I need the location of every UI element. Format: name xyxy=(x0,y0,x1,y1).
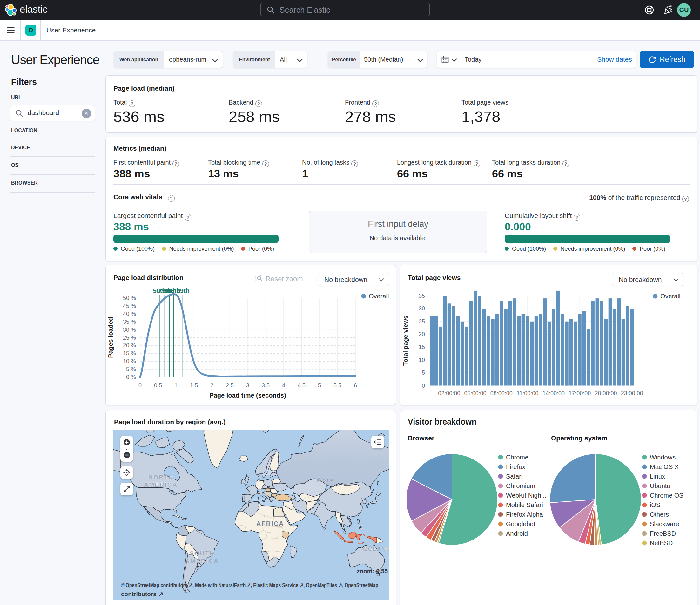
svg-text:5: 5 xyxy=(318,382,321,389)
svg-text:17:00:00: 17:00:00 xyxy=(569,390,591,396)
svg-text:40 %: 40 % xyxy=(123,311,136,317)
svg-text:30 %: 30 % xyxy=(123,326,136,333)
svg-text:25: 25 xyxy=(419,318,425,325)
svg-text:Safari: Safari xyxy=(506,473,522,480)
svg-text:20: 20 xyxy=(419,331,425,337)
svg-text:ASIA: ASIA xyxy=(317,476,334,483)
svg-text:1: 1 xyxy=(174,382,178,389)
svg-text:02:00:00: 02:00:00 xyxy=(438,390,460,396)
svg-text:20:00:00: 20:00:00 xyxy=(595,390,617,396)
svg-text:contributors ↗: contributors ↗ xyxy=(121,591,163,597)
svg-text:5: 5 xyxy=(422,369,425,376)
svg-text:50 %: 50 % xyxy=(123,295,136,301)
svg-text:2.5: 2.5 xyxy=(226,382,234,389)
svg-text:10: 10 xyxy=(419,357,425,363)
svg-text:11:00:00: 11:00:00 xyxy=(517,390,539,396)
svg-text:3: 3 xyxy=(246,382,249,389)
svg-text:NORTH: NORTH xyxy=(148,474,174,480)
svg-text:25 %: 25 % xyxy=(123,335,136,341)
svg-text:5.5: 5.5 xyxy=(333,382,342,389)
svg-text:Chromium: Chromium xyxy=(506,482,535,489)
svg-text:Total page views: Total page views xyxy=(402,316,409,366)
svg-text:45 %: 45 % xyxy=(123,303,136,309)
svg-text:35 %: 35 % xyxy=(123,319,136,325)
svg-text:Windows: Windows xyxy=(650,454,676,461)
svg-text:© OpenStreetMap contributors ↗: © OpenStreetMap contributors ↗, Made wit… xyxy=(121,582,378,588)
svg-text:08:00:00: 08:00:00 xyxy=(491,390,512,396)
svg-text:3.5: 3.5 xyxy=(262,382,270,389)
svg-text:Android: Android xyxy=(506,530,528,537)
svg-text:14:00:00: 14:00:00 xyxy=(543,390,565,396)
svg-text:NetBSD: NetBSD xyxy=(650,539,673,547)
svg-text:23:00:00: 23:00:00 xyxy=(621,390,643,396)
svg-text:Page load time (seconds): Page load time (seconds) xyxy=(209,392,286,399)
svg-text:Slackware: Slackware xyxy=(650,521,679,528)
svg-text:30: 30 xyxy=(419,305,425,312)
svg-text:AMERICA: AMERICA xyxy=(185,558,219,564)
svg-text:Overall: Overall xyxy=(660,293,680,300)
svg-text:35: 35 xyxy=(419,293,425,299)
svg-text:zoom: 0.55: zoom: 0.55 xyxy=(357,568,388,575)
svg-text:Chrome OS: Chrome OS xyxy=(650,492,683,499)
svg-text:iOS: iOS xyxy=(650,502,660,508)
svg-text:0.5: 0.5 xyxy=(154,382,162,389)
svg-text:Mobile Safari: Mobile Safari xyxy=(506,502,543,508)
svg-text:Overall: Overall xyxy=(369,293,389,300)
svg-text:Linux: Linux xyxy=(650,473,665,480)
svg-text:OCEANIA: OCEANIA xyxy=(363,546,389,552)
svg-text:4.5: 4.5 xyxy=(298,382,305,389)
svg-text:20 %: 20 % xyxy=(123,342,136,348)
svg-text:Mac OS X: Mac OS X xyxy=(650,463,679,470)
svg-text:0 %: 0 % xyxy=(126,374,136,380)
svg-text:5 %: 5 % xyxy=(126,366,136,372)
svg-text:6: 6 xyxy=(354,382,357,389)
svg-text:SOUTH: SOUTH xyxy=(190,550,215,557)
svg-text:Ubuntu: Ubuntu xyxy=(650,482,671,489)
svg-text:Firefox: Firefox xyxy=(506,463,525,470)
svg-text:0: 0 xyxy=(422,383,425,389)
svg-text:10 %: 10 % xyxy=(123,358,136,364)
svg-text:Others: Others xyxy=(650,511,669,518)
svg-text:Chrome: Chrome xyxy=(506,454,528,461)
svg-text:AMERICA: AMERICA xyxy=(144,481,178,488)
svg-text:05:00:00: 05:00:00 xyxy=(464,390,486,396)
svg-text:Googlebot: Googlebot xyxy=(506,521,535,528)
svg-text:Pages loaded: Pages loaded xyxy=(107,317,114,358)
svg-text:Firefox Alpha: Firefox Alpha xyxy=(506,511,544,518)
svg-text:1.5: 1.5 xyxy=(190,382,198,389)
svg-text:FreeBSD: FreeBSD xyxy=(650,530,676,537)
svg-text:4: 4 xyxy=(282,382,285,389)
svg-text:99th: 99th xyxy=(177,287,190,294)
svg-text:AFRICA: AFRICA xyxy=(256,520,284,527)
svg-text:WebKit Nigh...: WebKit Nigh... xyxy=(506,492,546,499)
svg-text:15: 15 xyxy=(419,344,425,350)
svg-text:0: 0 xyxy=(139,382,142,389)
svg-text:15 %: 15 % xyxy=(123,350,136,357)
svg-text:2: 2 xyxy=(210,382,214,389)
